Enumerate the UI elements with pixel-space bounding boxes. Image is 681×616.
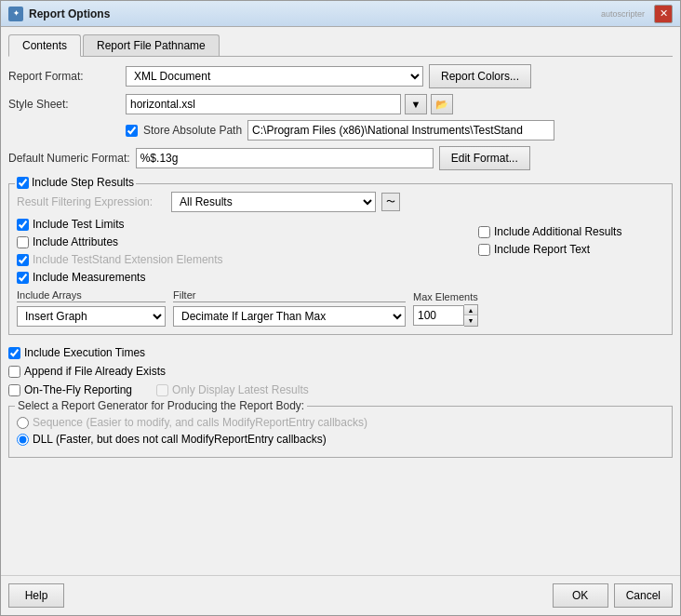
filter-select[interactable]: Decimate If Larger Than Max <box>173 306 406 327</box>
help-button[interactable]: Help <box>8 583 64 608</box>
result-filtering-label: Result Filtering Expression: <box>17 195 166 208</box>
sequence-label: Sequence (Easier to modify, and calls Mo… <box>33 416 367 429</box>
include-step-results-group: Include Step Results Result Filtering Ex… <box>8 183 673 335</box>
style-sheet-input[interactable] <box>126 94 401 114</box>
store-absolute-path-label: Store Absolute Path <box>143 124 242 137</box>
include-measurements-checkbox[interactable] <box>17 272 29 284</box>
window-title: Report Options <box>29 7 601 20</box>
report-gen-title: Select a Report Generator for Producing … <box>15 399 307 412</box>
result-filtering-row: Result Filtering Expression: All Results… <box>17 192 664 212</box>
style-sheet-row: Style Sheet: ▼ 📂 <box>8 94 673 114</box>
sequence-radio-row: Sequence (Easier to modify, and calls Mo… <box>17 416 664 429</box>
watermark: autoscripter <box>601 9 645 19</box>
max-elements-group: Max Elements ▲ ▼ <box>413 291 478 327</box>
append-file-checkbox[interactable] <box>8 366 20 378</box>
style-sheet-browse-btn[interactable]: 📂 <box>431 94 453 114</box>
on-the-fly-row: On-The-Fly Reporting Only Display Latest… <box>8 383 673 396</box>
include-teststand-ext-row: Include TestStand Extension Elements <box>17 253 471 266</box>
include-additional-results-checkbox[interactable] <box>478 226 490 238</box>
bottom-right-buttons: OK Cancel <box>553 583 673 608</box>
include-step-results-label: Include Step Results <box>32 176 134 189</box>
include-attributes-row: Include Attributes <box>17 235 471 248</box>
wave-icon: 〜 <box>386 195 395 208</box>
include-step-results-checkbox[interactable] <box>17 177 29 189</box>
include-test-limits-row: Include Test Limits <box>17 218 471 231</box>
include-test-limits-checkbox[interactable] <box>17 219 29 231</box>
tab-bar: Contents Report File Pathname <box>8 34 673 57</box>
tab-report-file-pathname[interactable]: Report File Pathname <box>83 34 220 56</box>
right-checkboxes: Include Additional Results Include Repor… <box>478 218 664 284</box>
include-measurements-label: Include Measurements <box>33 271 145 284</box>
store-absolute-path-row: Store Absolute Path <box>8 120 673 141</box>
on-the-fly-label: On-The-Fly Reporting <box>24 383 132 396</box>
include-execution-times-label: Include Execution Times <box>24 346 145 359</box>
close-button[interactable]: ✕ <box>654 5 673 23</box>
report-format-label: Report Format: <box>8 70 120 83</box>
dll-radio[interactable] <box>17 434 29 446</box>
include-execution-times-checkbox[interactable] <box>8 347 20 359</box>
only-display-latest-group: Only Display Latest Results <box>156 383 309 396</box>
include-report-text-row: Include Report Text <box>478 243 664 256</box>
report-options-window: ✦ Report Options autoscripter ✕ Contents… <box>0 0 681 616</box>
inner-content: Include Test Limits Include Attributes I… <box>17 218 664 284</box>
max-elements-label: Max Elements <box>413 291 478 302</box>
default-numeric-format-row: Default Numeric Format: Edit Format... <box>8 146 673 170</box>
include-attributes-checkbox[interactable] <box>17 236 29 248</box>
form-area: Report Format: XML Document Report Color… <box>8 64 673 568</box>
report-format-row: Report Format: XML Document Report Color… <box>8 64 673 88</box>
dll-label: DLL (Faster, but does not call ModifyRep… <box>33 433 327 446</box>
spinner-down-button[interactable]: ▼ <box>464 315 477 326</box>
folder-icon: 📂 <box>435 99 448 111</box>
default-numeric-format-label: Default Numeric Format: <box>8 152 130 165</box>
ok-button[interactable]: OK <box>553 583 608 608</box>
include-additional-results-row: Include Additional Results <box>478 225 664 238</box>
include-arrays-label: Include Arrays <box>17 289 166 302</box>
dll-radio-row: DLL (Faster, but does not call ModifyRep… <box>17 433 664 446</box>
left-checkboxes: Include Test Limits Include Attributes I… <box>17 218 471 284</box>
app-icon: ✦ <box>8 7 23 21</box>
bottom-bar: Help OK Cancel <box>1 575 680 615</box>
on-the-fly-checkbox[interactable] <box>8 384 20 396</box>
filter-label: Filter <box>173 289 406 302</box>
append-file-label: Append if File Already Exists <box>24 365 166 378</box>
default-numeric-format-input[interactable] <box>136 148 434 168</box>
include-step-results-title: Include Step Results <box>15 176 136 189</box>
store-absolute-path-checkbox[interactable] <box>126 125 138 137</box>
style-sheet-input-group: ▼ 📂 <box>126 94 453 114</box>
title-bar: ✦ Report Options autoscripter ✕ <box>1 1 680 27</box>
max-elements-input-row: ▲ ▼ <box>413 304 478 327</box>
append-file-row: Append if File Already Exists <box>8 365 673 378</box>
include-attributes-label: Include Attributes <box>33 235 118 248</box>
include-arrays-group: Include Arrays Insert Graph <box>17 289 166 327</box>
spinner-buttons: ▲ ▼ <box>464 304 478 327</box>
include-arrays-select[interactable]: Insert Graph <box>17 306 166 327</box>
result-filtering-select[interactable]: All Results <box>171 192 376 212</box>
arrays-filter-row: Include Arrays Insert Graph Filter Decim… <box>17 289 664 327</box>
report-generator-group: Select a Report Generator for Producing … <box>8 406 673 458</box>
include-test-limits-label: Include Test Limits <box>33 218 125 231</box>
style-sheet-label: Style Sheet: <box>8 98 120 111</box>
max-elements-input[interactable] <box>413 305 464 326</box>
report-format-select[interactable]: XML Document <box>126 66 423 87</box>
edit-format-button[interactable]: Edit Format... <box>439 146 530 170</box>
style-sheet-dropdown-btn[interactable]: ▼ <box>405 94 427 114</box>
include-measurements-row: Include Measurements <box>17 271 471 284</box>
include-teststand-ext-label: Include TestStand Extension Elements <box>33 253 223 266</box>
include-report-text-checkbox[interactable] <box>478 244 490 256</box>
include-teststand-ext-checkbox[interactable] <box>17 254 29 266</box>
filter-group: Filter Decimate If Larger Than Max <box>173 289 406 327</box>
path-input[interactable] <box>247 120 554 141</box>
filter-options-icon[interactable]: 〜 <box>381 193 400 211</box>
include-execution-times-row: Include Execution Times <box>8 346 673 359</box>
sequence-radio[interactable] <box>17 417 29 429</box>
spinner-up-button[interactable]: ▲ <box>464 305 477 315</box>
only-display-latest-label: Only Display Latest Results <box>172 383 309 396</box>
on-the-fly-checkbox-group: On-The-Fly Reporting <box>8 383 132 396</box>
cancel-button[interactable]: Cancel <box>614 583 673 608</box>
only-display-latest-checkbox[interactable] <box>156 384 168 396</box>
tab-contents[interactable]: Contents <box>8 34 81 57</box>
include-additional-results-label: Include Additional Results <box>494 225 621 238</box>
report-colors-button[interactable]: Report Colors... <box>429 64 531 88</box>
main-content: Contents Report File Pathname Report For… <box>1 27 680 575</box>
include-report-text-label: Include Report Text <box>494 243 590 256</box>
